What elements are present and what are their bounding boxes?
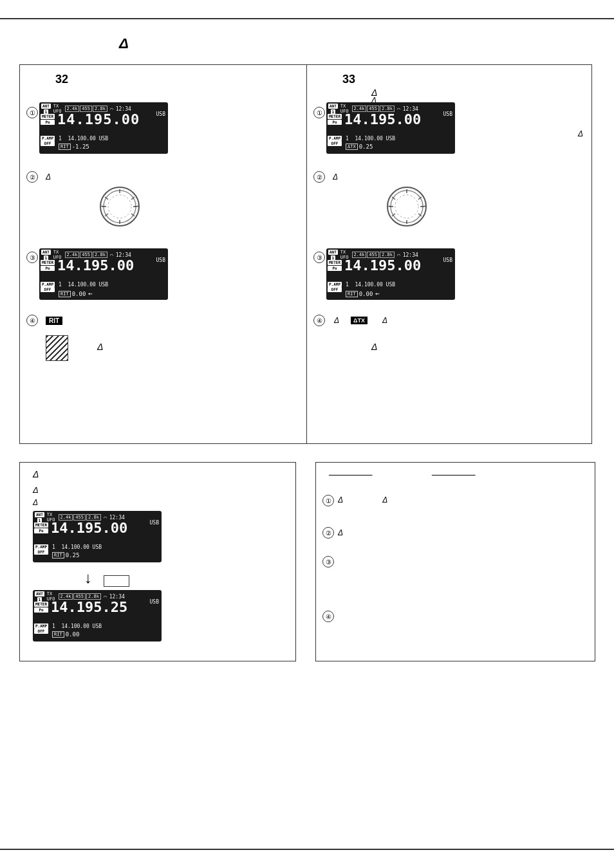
- sub-freq-1: 1 14.100.00 USB: [59, 136, 108, 142]
- lower-right-header2: ___________: [432, 468, 475, 476]
- bottom-border-line: [0, 849, 614, 850]
- lower-right-box: ___________ ___________ ① Δ Δ ② Δ ③: [315, 462, 595, 661]
- main-freq-2: 14.195.00: [57, 257, 134, 273]
- left-step4-label: ④ RIT: [26, 315, 64, 326]
- lower-right-header1: ___________: [329, 468, 372, 476]
- right-half: 33 Δ Δ ① Δ ANT 1 TX: [306, 65, 593, 443]
- tx-label-2: TX: [53, 250, 62, 255]
- right-radio-display-2: ANT 1 TX UFO 2.4k 455 2.8k ⌒: [326, 248, 455, 300]
- left-radio-display-1: ANT 1 TX UFO 2.4k 455 2.8k ⌒: [39, 102, 168, 154]
- lower-right-step3: ③: [322, 556, 340, 568]
- hatch-pattern: [46, 335, 68, 361]
- svg-point-12: [108, 195, 131, 218]
- left-radio-display-2: ANT 1 TX UFO 2.4k 455 2.8k ⌒: [39, 248, 168, 300]
- svg-text:←: ←: [387, 201, 395, 210]
- right-step4-label: ④ Δ ΔTX Δ: [313, 315, 387, 326]
- section-33-number: 33: [342, 73, 355, 86]
- top-border-line: [0, 18, 614, 19]
- rit-value-2: 0.00: [72, 291, 86, 297]
- svg-point-25: [395, 195, 418, 218]
- main-outer-box: 32 ① ANT 1 TX UFO: [19, 64, 592, 444]
- right-step1-circle: ①: [313, 107, 325, 118]
- ant-label: ANT: [41, 104, 51, 109]
- ant-label-2: ANT: [41, 250, 51, 255]
- left-step2-label: ② Δ: [26, 171, 51, 183]
- ui-box-indicator: [104, 575, 129, 587]
- po-label: Po: [41, 120, 55, 125]
- step2-delta: Δ: [46, 172, 51, 181]
- main-freq-1: 14.195.00: [57, 111, 140, 127]
- main-title: Δ: [119, 35, 129, 52]
- svg-text:←: ←: [100, 201, 107, 210]
- right-radio-display-1: ANT 1 TX UFO 2.4k 455 2.8k ⌒: [326, 102, 455, 154]
- lower-left-sub-delta2: Δ: [33, 498, 38, 507]
- lower-left-radio-1: ANT 1 TX UFO 2.4k 455 2.8k ⌒ 12:34: [33, 511, 162, 562]
- pamp-label: P.AMP: [41, 136, 55, 141]
- left-step3-label: ③: [26, 252, 38, 263]
- svg-text:→: →: [420, 201, 427, 210]
- lower-left-sub-delta1: Δ: [33, 485, 39, 495]
- step4-circle: ④: [26, 315, 38, 326]
- step2-circle: ②: [26, 171, 38, 183]
- knob-right[interactable]: ← →: [384, 184, 429, 229]
- lower-left-box: Δ Δ Δ ANT 1 TX UFO 2.4k 455: [19, 462, 296, 661]
- tx-label: TX: [53, 104, 62, 109]
- lower-left-radio-2: ANT 1 TX UFO 2.4k 455 2.8k ⌒ 12:34: [33, 590, 162, 642]
- rit-box-display: RIT: [44, 315, 64, 326]
- page-container: Δ 32 ① ANT 1: [0, 0, 614, 868]
- rit-box-label-1: RIT: [59, 143, 71, 150]
- left-half: 32 ① ANT 1 TX UFO: [20, 65, 306, 443]
- lower-left-title-delta: Δ: [33, 469, 39, 479]
- left-step1-label: ①: [26, 107, 38, 118]
- lower-right-step1: ① Δ Δ: [322, 495, 387, 506]
- usb-label-1: USB: [156, 111, 165, 117]
- rit-value-1: -1.25: [72, 143, 89, 150]
- step3-circle: ③: [26, 252, 38, 263]
- meter-label: METER: [41, 114, 55, 119]
- svg-text:→: →: [133, 201, 140, 210]
- lower-right-step4: ④: [322, 611, 340, 622]
- section-32-number: 32: [55, 73, 68, 86]
- off-label: OFF: [41, 141, 55, 146]
- step1-circle: ①: [26, 107, 38, 118]
- right-step2-label: ② Δ: [313, 171, 338, 183]
- down-arrow: ↓: [84, 569, 92, 587]
- atx-box-display: ΔTX: [349, 315, 369, 326]
- step4-delta-text: Δ: [97, 342, 103, 352]
- lower-right-step2: ② Δ: [322, 527, 343, 539]
- knob-left[interactable]: ← →: [97, 184, 142, 229]
